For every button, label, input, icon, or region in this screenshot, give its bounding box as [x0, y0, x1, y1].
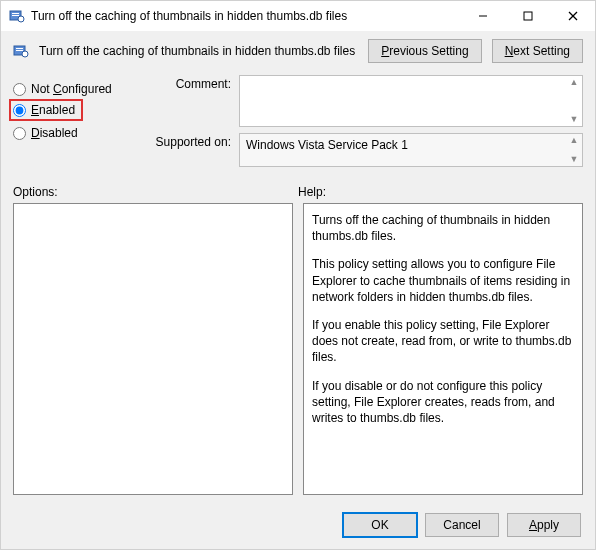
radio-not-configured[interactable]: Not Configured — [13, 79, 135, 99]
dialog-window: Turn off the caching of thumbnails in hi… — [0, 0, 596, 550]
dialog-footer: OK Cancel Apply — [1, 503, 595, 549]
radio-disabled-input[interactable] — [13, 127, 26, 140]
section-labels: Options: Help: — [1, 179, 595, 203]
svg-point-11 — [22, 51, 28, 57]
comment-row: Comment: ▲ ▼ — [149, 75, 583, 127]
titlebar: Turn off the caching of thumbnails in hi… — [1, 1, 595, 31]
policy-icon — [13, 43, 29, 59]
help-paragraph: If you enable this policy setting, File … — [312, 317, 574, 366]
state-radio-group: Not Configured Enabled Disabled — [13, 75, 135, 173]
svg-rect-2 — [12, 15, 19, 16]
svg-rect-1 — [12, 13, 19, 14]
ok-button[interactable]: OK — [343, 513, 417, 537]
scroll-down-icon[interactable]: ▼ — [566, 115, 582, 124]
comment-textarea[interactable]: ▲ ▼ — [239, 75, 583, 127]
apply-button[interactable]: Apply — [507, 513, 581, 537]
scrollbar[interactable]: ▲ ▼ — [566, 76, 582, 126]
minimize-button[interactable] — [460, 1, 505, 31]
window-title: Turn off the caching of thumbnails in hi… — [31, 9, 460, 23]
help-paragraph: Turns off the caching of thumbnails in h… — [312, 212, 574, 244]
panels-row: Turns off the caching of thumbnails in h… — [1, 203, 595, 503]
svg-rect-9 — [16, 48, 23, 49]
next-setting-button[interactable]: Next Setting — [492, 39, 583, 63]
supported-on-box: Windows Vista Service Pack 1 ▲ ▼ — [239, 133, 583, 167]
svg-rect-5 — [524, 12, 532, 20]
config-area: Not Configured Enabled Disabled Comment: — [1, 75, 595, 179]
scroll-up-icon[interactable]: ▲ — [566, 78, 582, 87]
radio-label: Disabled — [31, 126, 78, 140]
help-paragraph: This policy setting allows you to config… — [312, 256, 574, 305]
radio-label: Not Configured — [31, 82, 112, 96]
help-panel: Turns off the caching of thumbnails in h… — [303, 203, 583, 495]
help-paragraph: If you disable or do not configure this … — [312, 378, 574, 427]
highlight-box: Enabled — [9, 99, 83, 121]
options-label: Options: — [13, 185, 298, 199]
radio-label: Enabled — [31, 103, 75, 117]
svg-point-3 — [18, 16, 24, 22]
cancel-button[interactable]: Cancel — [425, 513, 499, 537]
policy-icon — [9, 8, 25, 24]
scrollbar[interactable]: ▲ ▼ — [566, 134, 582, 166]
supported-on-value: Windows Vista Service Pack 1 — [246, 138, 408, 152]
help-label: Help: — [298, 185, 583, 199]
fields-column: Comment: ▲ ▼ Supported on: Windows Vista… — [149, 75, 583, 173]
radio-disabled[interactable]: Disabled — [13, 123, 135, 143]
previous-setting-button[interactable]: Previous Setting — [368, 39, 481, 63]
svg-rect-10 — [16, 50, 23, 51]
maximize-button[interactable] — [505, 1, 550, 31]
supported-row: Supported on: Windows Vista Service Pack… — [149, 133, 583, 167]
radio-enabled-input[interactable] — [13, 104, 26, 117]
comment-label: Comment: — [149, 75, 239, 91]
close-button[interactable] — [550, 1, 595, 31]
scroll-up-icon[interactable]: ▲ — [566, 136, 582, 145]
radio-enabled[interactable]: Enabled — [13, 102, 75, 118]
radio-not-configured-input[interactable] — [13, 83, 26, 96]
scroll-down-icon[interactable]: ▼ — [566, 155, 582, 164]
supported-label: Supported on: — [149, 133, 239, 149]
header-row: Turn off the caching of thumbnails in hi… — [1, 31, 595, 75]
policy-title: Turn off the caching of thumbnails in hi… — [39, 44, 358, 58]
options-panel — [13, 203, 293, 495]
